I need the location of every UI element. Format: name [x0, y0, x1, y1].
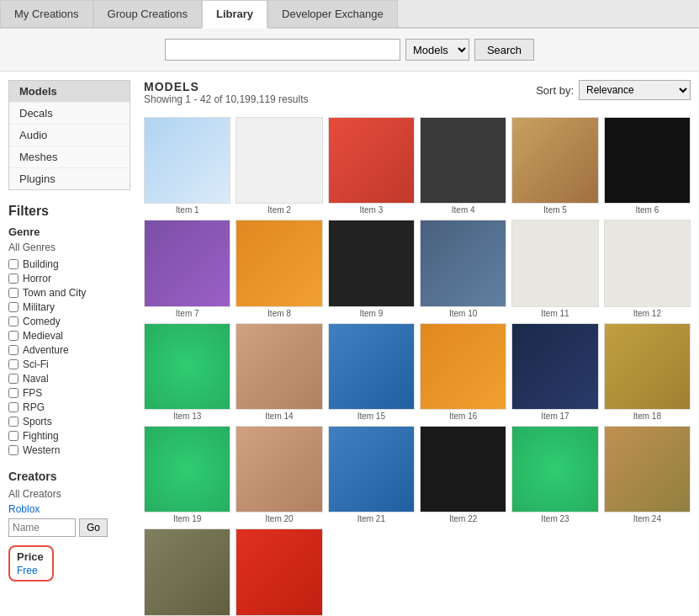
models-header: MODELS Showing 1 - 42 of 10,199,119 resu…	[144, 80, 691, 114]
price-free-link[interactable]: Free	[17, 565, 44, 576]
grid-label: Item 16	[420, 412, 506, 421]
list-item[interactable]: Item 10	[420, 220, 506, 317]
models-title: MODELS	[144, 80, 308, 93]
sidebar-item-models[interactable]: Models	[9, 81, 130, 103]
grid-thumb	[236, 426, 322, 512]
list-item[interactable]: Item 26	[236, 528, 322, 616]
tab-developer-exchange[interactable]: Developer Exchange	[267, 0, 398, 27]
creator-name-input[interactable]	[8, 518, 76, 537]
genre-adventure: Adventure	[8, 344, 130, 356]
grid-label: Item 14	[236, 412, 322, 421]
genre-medieval-checkbox[interactable]	[8, 331, 19, 341]
grid-thumb	[420, 117, 506, 204]
list-item[interactable]: Item 13	[144, 323, 230, 421]
grid-thumb	[144, 323, 230, 410]
all-genres-label: All Genres	[8, 242, 130, 253]
grid-label: Item 12	[604, 309, 691, 318]
grid-thumb	[144, 528, 230, 615]
filters-title: Filters	[8, 204, 130, 219]
grid-label: Item 8	[236, 309, 322, 318]
grid-thumb	[144, 220, 230, 306]
list-item[interactable]: Item 7	[144, 220, 230, 317]
genre-rpg: RPG	[8, 401, 130, 413]
grid-label: Item 4	[420, 205, 506, 215]
sidebar-item-audio[interactable]: Audio	[9, 125, 130, 146]
genre-building: Building	[8, 258, 130, 270]
genre-naval-checkbox[interactable]	[8, 374, 19, 384]
price-section: Price Free	[8, 545, 130, 581]
genre-comedy-checkbox[interactable]	[8, 316, 19, 327]
list-item[interactable]: Item 24	[604, 426, 691, 523]
sidebar: Models Decals Audio Meshes Plugins Filte…	[8, 80, 130, 616]
genre-fps: FPS	[8, 387, 130, 399]
search-button[interactable]: Search	[474, 39, 534, 61]
sort-select[interactable]: Relevance Most Favorited Most Taken Best…	[579, 80, 691, 100]
search-input[interactable]	[165, 39, 400, 61]
list-item[interactable]: Item 16	[420, 323, 506, 421]
main-layout: Models Decals Audio Meshes Plugins Filte…	[0, 72, 699, 616]
list-item[interactable]: Item 8	[236, 220, 322, 317]
list-item[interactable]: Item 25	[144, 528, 230, 616]
list-item[interactable]: Item 22	[420, 426, 506, 523]
tab-my-creations[interactable]: My Creations	[0, 0, 93, 27]
genre-title: Genre	[8, 226, 130, 238]
grid-thumb	[420, 220, 506, 306]
list-item[interactable]: Item 19	[144, 426, 230, 523]
list-item[interactable]: Item 5	[511, 117, 598, 215]
genre-fighting-checkbox[interactable]	[8, 431, 19, 441]
grid-thumb	[604, 117, 691, 204]
list-item[interactable]: Item 3	[328, 117, 415, 215]
sidebar-item-plugins[interactable]: Plugins	[9, 168, 130, 189]
list-item[interactable]: Item 11	[511, 220, 598, 317]
grid-label: Item 9	[328, 309, 415, 318]
genre-scifi-checkbox[interactable]	[8, 359, 19, 369]
sort-by: Sort by: Relevance Most Favorited Most T…	[536, 80, 691, 100]
creators-title: Creators	[8, 470, 130, 483]
genre-building-checkbox[interactable]	[8, 259, 19, 269]
grid-label: Item 18	[604, 412, 691, 421]
creator-go-button[interactable]: Go	[79, 518, 108, 537]
grid-label: Item 13	[144, 412, 230, 421]
genre-town-city-checkbox[interactable]	[8, 288, 19, 298]
list-item[interactable]: Item 14	[236, 323, 322, 421]
list-item[interactable]: Item 1	[144, 117, 230, 215]
genre-horror: Horror	[8, 273, 130, 284]
genre-rpg-checkbox[interactable]	[8, 402, 19, 412]
list-item[interactable]: Item 9	[328, 220, 415, 317]
roblox-link[interactable]: Roblox	[8, 503, 130, 515]
genre-western-checkbox[interactable]	[8, 445, 19, 455]
list-item[interactable]: Item 17	[511, 323, 598, 421]
list-item[interactable]: Item 2	[236, 117, 322, 215]
genre-horror-checkbox[interactable]	[8, 273, 19, 284]
list-item[interactable]: Item 15	[328, 323, 415, 421]
sidebar-item-decals[interactable]: Decals	[9, 103, 130, 125]
search-category-select[interactable]: Models Decals Audio Meshes Plugins	[405, 39, 469, 61]
list-item[interactable]: Item 12	[604, 220, 691, 317]
grid-thumb	[236, 528, 322, 615]
content-area: MODELS Showing 1 - 42 of 10,199,119 resu…	[130, 80, 691, 616]
tab-group-creations[interactable]: Group Creations	[93, 0, 202, 27]
genre-sports-checkbox[interactable]	[8, 417, 19, 427]
list-item[interactable]: Item 6	[604, 117, 691, 215]
creator-input-row: Go	[8, 518, 130, 537]
grid-label: Item 23	[511, 514, 598, 523]
grid-thumb	[511, 117, 598, 204]
grid-thumb	[328, 426, 415, 512]
list-item[interactable]: Item 18	[604, 323, 691, 421]
search-bar: Models Decals Audio Meshes Plugins Searc…	[0, 29, 699, 72]
grid-thumb	[144, 426, 230, 512]
genre-adventure-checkbox[interactable]	[8, 345, 19, 355]
genre-scifi: Sci-Fi	[8, 358, 130, 370]
list-item[interactable]: Item 23	[511, 426, 598, 523]
tab-library[interactable]: Library	[202, 0, 267, 29]
genre-military-checkbox[interactable]	[8, 302, 19, 312]
grid-label: Item 5	[511, 205, 598, 215]
list-item[interactable]: Item 4	[420, 117, 506, 215]
grid-thumb	[420, 323, 506, 410]
list-item[interactable]: Item 21	[328, 426, 415, 523]
genre-fps-checkbox[interactable]	[8, 388, 19, 398]
grid-label: Item 7	[144, 309, 230, 318]
list-item[interactable]: Item 20	[236, 426, 322, 523]
sidebar-item-meshes[interactable]: Meshes	[9, 146, 130, 168]
grid-thumb	[144, 117, 230, 204]
